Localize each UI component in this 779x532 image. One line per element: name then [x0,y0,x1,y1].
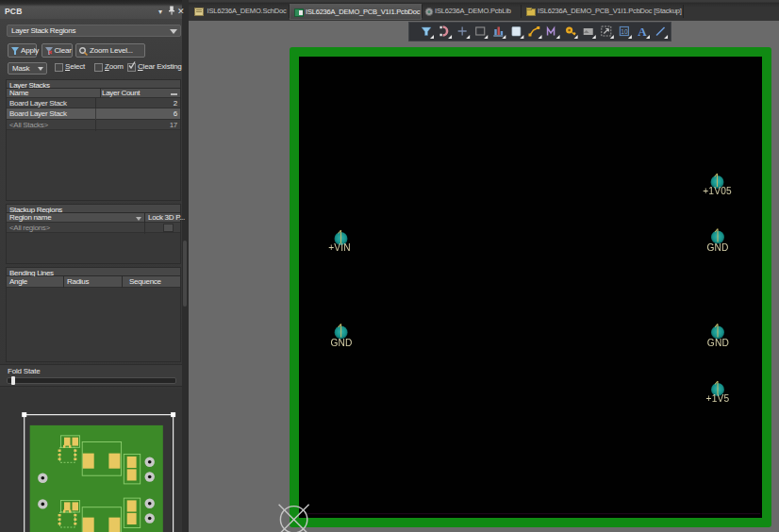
svg-text:+1V5: +1V5 [706,393,730,404]
svg-text:A: A [638,24,647,38]
svg-text:10: 10 [621,27,628,34]
svg-text:+VIN: +VIN [328,242,351,253]
svg-text:GND: GND [706,242,728,253]
svg-text:GND: GND [707,338,729,348]
svg-text:GND: GND [330,338,352,348]
svg-text:+1V05: +1V05 [703,186,732,196]
